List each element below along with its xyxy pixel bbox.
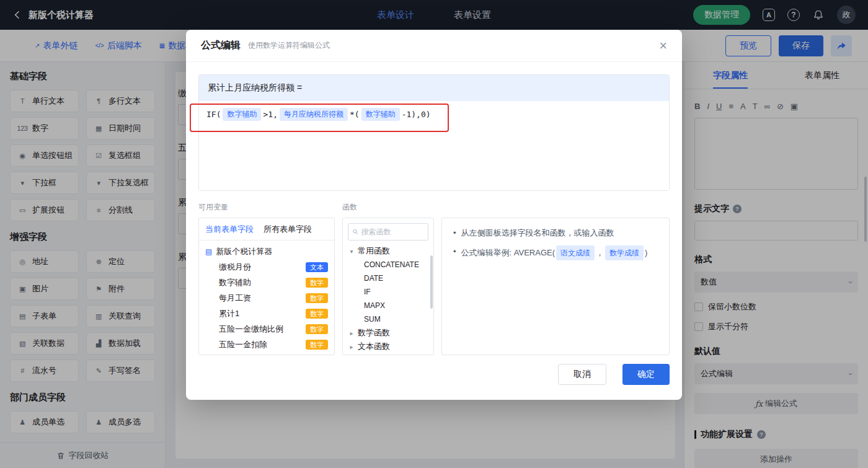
variable-row[interactable]: 缴税月份 文本 bbox=[199, 259, 334, 275]
variable-name: 缴税月份 bbox=[219, 262, 251, 273]
search-icon bbox=[352, 228, 359, 236]
example-token: 数学成绩 bbox=[605, 245, 644, 260]
formula-input-area[interactable]: IF(数字辅助>1,每月应纳税所得额*(数字辅助-1),0) bbox=[199, 101, 669, 190]
variable-type-badge: 数字 bbox=[306, 340, 328, 350]
variable-type-badge: 数字 bbox=[306, 324, 328, 334]
formula-token: >1, bbox=[263, 110, 277, 119]
modal-title: 公式编辑 bbox=[201, 39, 241, 52]
example-token: 语文成绩 bbox=[556, 245, 595, 260]
variables-panel-tab[interactable]: 所有表单字段 bbox=[264, 224, 312, 235]
variable-row[interactable]: 累计1 数字 bbox=[199, 306, 334, 321]
bullet: • bbox=[453, 245, 456, 258]
variable-row[interactable]: 数字辅助 数字 bbox=[199, 275, 334, 290]
variable-row[interactable]: 每月工资 数字 bbox=[199, 290, 334, 306]
variable-name: 五险一金扣除 bbox=[219, 339, 267, 350]
help-tip-1: 从左侧面板选择字段名和函数，或输入函数 bbox=[461, 227, 614, 239]
variable-name: 每月工资 bbox=[219, 293, 251, 304]
function-row-label: CONCATENATE bbox=[364, 260, 419, 269]
form-node[interactable]: ▤ 新版个税计算器 bbox=[199, 244, 334, 259]
function-row-label: 数学函数 bbox=[358, 327, 390, 338]
formula-target: 累计上月应纳税所得额 = bbox=[199, 75, 669, 101]
chevron-icon: ▾ bbox=[348, 248, 355, 255]
chevron-icon: ▸ bbox=[348, 343, 355, 350]
function-row[interactable]: CONCATENATE bbox=[348, 258, 428, 272]
close-icon[interactable]: × bbox=[659, 39, 667, 53]
variable-name: 累计1 bbox=[219, 308, 239, 319]
function-row[interactable]: ▾ 常用函数 bbox=[348, 244, 428, 258]
form-doc-icon: ▤ bbox=[205, 247, 212, 256]
function-search bbox=[348, 223, 428, 241]
variable-row[interactable]: 五险一金扣除 数字 bbox=[199, 337, 334, 352]
functions-label: 函数 bbox=[342, 202, 434, 213]
function-row-label: DATE bbox=[364, 274, 383, 283]
formula-token: 数字辅助 bbox=[361, 108, 400, 121]
variable-type-badge: 文本 bbox=[306, 262, 328, 272]
function-row[interactable]: IF bbox=[348, 285, 428, 299]
function-row-label: SUM bbox=[364, 315, 381, 324]
app: 新版个税计算器 表单设计表单设置 数据管理 A ? 政 ↗ 表单外链 bbox=[0, 0, 868, 468]
modal-subtitle: 使用数学运算符编辑公式 bbox=[248, 40, 330, 51]
function-row[interactable]: ▸ 文本函数 bbox=[348, 340, 428, 353]
formula-editor: 累计上月应纳税所得额 = IF(数字辅助>1,每月应纳税所得额*(数字辅助-1)… bbox=[198, 74, 670, 191]
variable-type-badge: 数字 bbox=[306, 293, 328, 303]
function-row-label: MAPX bbox=[364, 301, 385, 310]
formula-token: IF( bbox=[206, 110, 221, 119]
function-row-label: 常用函数 bbox=[358, 245, 390, 257]
bullet: • bbox=[453, 227, 456, 239]
formula-token: *( bbox=[350, 110, 360, 119]
function-row[interactable]: ▸ 数学函数 bbox=[348, 326, 428, 340]
function-search-input[interactable] bbox=[361, 227, 425, 236]
variable-name: 五险一金缴纳比例 bbox=[219, 324, 283, 335]
variable-type-badge: 数字 bbox=[306, 309, 328, 319]
formula-token: -1),0) bbox=[402, 110, 431, 119]
chevron-icon: ▸ bbox=[348, 330, 355, 337]
example-token: ， bbox=[596, 247, 604, 259]
variable-row[interactable]: 五险一金缴纳比例 数字 bbox=[199, 321, 334, 337]
example-token: 公式编辑举例: AVERAGE( bbox=[461, 247, 555, 259]
confirm-button[interactable]: 确定 bbox=[622, 364, 670, 385]
function-row-label: IF bbox=[364, 288, 371, 296]
variable-name: 数字辅助 bbox=[219, 277, 251, 288]
help-panel: • 从左侧面板选择字段名和函数，或输入函数 • 公式编辑举例: AVERAGE(… bbox=[441, 218, 670, 355]
variable-type-badge: 数字 bbox=[306, 278, 328, 288]
function-row[interactable]: MAPX bbox=[348, 299, 428, 312]
functions-scrollbar[interactable] bbox=[430, 255, 433, 309]
variables-panel-tab[interactable]: 当前表单字段 bbox=[205, 224, 254, 235]
formula-token: 数字辅助 bbox=[223, 108, 261, 121]
help-tip-2: 公式编辑举例: AVERAGE(语文成绩，数学成绩) bbox=[461, 245, 648, 260]
functions-panel: ▾ 常用函数 CONCATENATE DATE bbox=[342, 218, 434, 355]
function-row-label: 文本函数 bbox=[358, 341, 390, 352]
formula-editor-modal: 公式编辑 使用数学运算符编辑公式 × 累计上月应纳税所得额 = IF(数字辅助>… bbox=[186, 30, 682, 400]
function-row[interactable]: SUM bbox=[348, 312, 428, 326]
cancel-button[interactable]: 取消 bbox=[558, 364, 606, 385]
example-token: ) bbox=[645, 247, 647, 259]
formula-token: 每月应纳税所得额 bbox=[280, 108, 348, 121]
function-row[interactable]: DATE bbox=[348, 272, 428, 285]
variables-label: 可用变量 bbox=[198, 202, 335, 213]
variables-panel: 当前表单字段所有表单字段 ▤ 新版个税计算器 缴税月份 文本 bbox=[198, 218, 335, 355]
form-node-label: 新版个税计算器 bbox=[216, 246, 272, 257]
